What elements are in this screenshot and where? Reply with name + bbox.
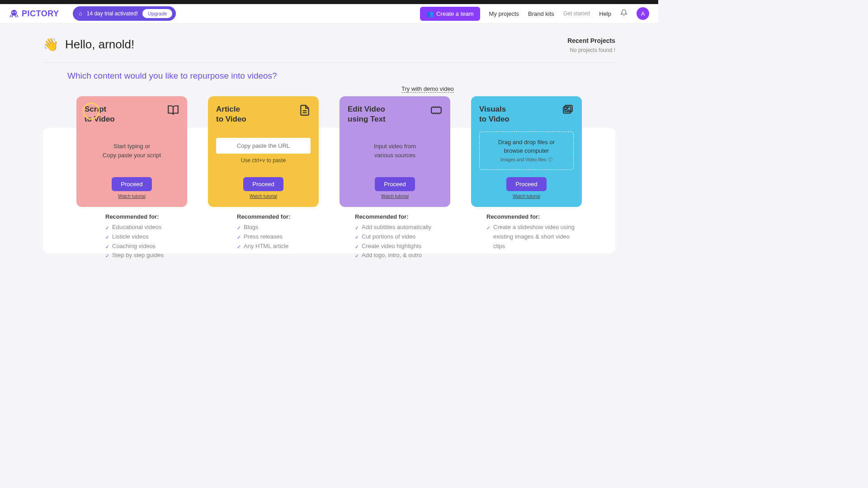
svg-point-2 xyxy=(14,12,16,13)
rec-title: Recommended for: xyxy=(237,213,319,220)
card-title-line1: Script xyxy=(85,105,106,113)
rec-item: ✓Add subtitles automatically xyxy=(355,223,450,232)
card-title: Script to Video xyxy=(85,104,115,124)
rec-text: Press releases xyxy=(244,232,283,242)
proceed-button[interactable]: Proceed xyxy=(375,177,415,191)
proceed-button[interactable]: Proceed xyxy=(112,177,151,191)
main: 👋 Hello, arnold! Recent Projects No proj… xyxy=(0,23,658,260)
card-title-line2: to Video xyxy=(216,115,246,123)
demo-link[interactable]: Try with demo video xyxy=(401,85,454,93)
check-icon: ✓ xyxy=(105,252,109,260)
tutorial-link[interactable]: Watch tutorial xyxy=(513,194,540,199)
team-icon: 👥 xyxy=(426,10,434,17)
card-header: Article to Video xyxy=(216,104,311,124)
tutorial-link[interactable]: Watch tutorial xyxy=(250,194,277,199)
card-title-line2: to Video xyxy=(479,115,509,123)
house-icon: ⌂ xyxy=(79,10,82,17)
recent-projects: Recent Projects No projects found ! xyxy=(567,37,615,53)
paste-hint: Use ctrl+v to paste xyxy=(241,157,286,164)
bell-icon[interactable] xyxy=(620,9,627,18)
dropzone-sub: Images and Video files ⓘ xyxy=(483,157,570,163)
rec-text: Blogs xyxy=(244,223,259,232)
images-icon xyxy=(562,104,574,118)
rec-text: Add subtitles automatically xyxy=(362,223,431,232)
rec-item: ✓Add logo, intro, & outro xyxy=(355,251,450,260)
rec-col-0: Recommended for: ✓Educational videos ✓Li… xyxy=(76,213,187,260)
card-title: Article to Video xyxy=(216,104,246,124)
upgrade-button[interactable]: Upgrade xyxy=(142,9,172,18)
nav-get-started[interactable]: Get started xyxy=(563,10,590,17)
nav-brand-kits[interactable]: Brand kits xyxy=(528,10,554,17)
svg-point-1 xyxy=(12,12,14,13)
nav-my-projects[interactable]: My projects xyxy=(489,10,519,17)
card-script-to-video: Script to Video Start typing or Copy pas… xyxy=(76,96,187,207)
card-title: Visuals to Video xyxy=(479,104,509,124)
header-right: 👥 Create a team My projects Brand kits G… xyxy=(420,7,649,21)
card-body[interactable]: Start typing or Copy paste your script xyxy=(85,124,179,177)
divider xyxy=(43,62,615,63)
card-body: Drag and drop files or browse computer I… xyxy=(479,124,574,177)
dropzone[interactable]: Drag and drop files or browse computer I… xyxy=(479,131,574,169)
create-team-button[interactable]: 👥 Create a team xyxy=(420,7,480,21)
trial-text: 14 day trial activated! xyxy=(87,10,138,17)
rec-title: Recommended for: xyxy=(105,213,187,220)
check-icon: ✓ xyxy=(355,243,359,251)
card-title-line1: Edit Video xyxy=(348,105,385,113)
avatar[interactable]: A xyxy=(637,7,649,20)
rec-text: Educational videos xyxy=(112,223,161,232)
rec-title: Recommended for: xyxy=(355,213,450,220)
rec-text: Step by step guides xyxy=(112,251,164,260)
svg-point-0 xyxy=(11,10,17,16)
info-icon: ⓘ xyxy=(548,157,552,163)
card-body[interactable]: Input video from various sources xyxy=(348,124,442,177)
rec-list: ✓Create a slideshow video using existing… xyxy=(486,223,582,251)
video-game-icon xyxy=(430,104,442,118)
create-team-label: Create a team xyxy=(436,10,473,17)
rec-title: Recommended for: xyxy=(486,213,582,220)
cards-container: Script to Video Start typing or Copy pas… xyxy=(43,96,615,260)
proceed-button[interactable]: Proceed xyxy=(243,177,283,191)
question: Which content would you like to repurpos… xyxy=(67,71,615,81)
card-title: Edit Video using Text xyxy=(348,104,386,124)
header-left: PICTORY ⌂ 14 day trial activated! Upgrad… xyxy=(9,6,176,21)
rec-text: Listicle videos xyxy=(112,232,149,242)
card-footer: Proceed Watch tutorial xyxy=(479,177,574,199)
trial-badge: ⌂ 14 day trial activated! Upgrade xyxy=(73,6,176,21)
rec-list: ✓Blogs ✓Press releases ✓Any HTML article xyxy=(237,223,319,251)
check-icon: ✓ xyxy=(355,252,359,260)
book-icon xyxy=(167,104,179,118)
body-line2: Copy paste your script xyxy=(103,152,161,159)
rec-item: ✓Create video highlights xyxy=(355,242,450,251)
logo-text: PICTORY xyxy=(22,9,59,19)
rec-item: ✓Press releases xyxy=(237,232,319,242)
rec-text: Create a slideshow video using existing … xyxy=(493,223,582,251)
check-icon: ✓ xyxy=(355,224,359,232)
logo[interactable]: PICTORY xyxy=(9,9,59,19)
file-text-icon xyxy=(299,104,311,118)
check-icon: ✓ xyxy=(237,243,241,251)
url-input[interactable] xyxy=(216,138,311,154)
recommendations: Recommended for: ✓Educational videos ✓Li… xyxy=(43,213,615,260)
card-footer: Proceed Watch tutorial xyxy=(85,177,179,199)
tutorial-link[interactable]: Watch tutorial xyxy=(118,194,146,199)
body-line1: Start typing or xyxy=(113,143,150,150)
browser-chrome-dark xyxy=(0,0,658,4)
check-icon: ✓ xyxy=(355,234,359,242)
wave-emoji: 👋 xyxy=(43,37,59,52)
check-icon: ✓ xyxy=(105,243,109,251)
card-header: Script to Video xyxy=(85,104,179,124)
octopus-icon xyxy=(9,9,19,19)
body-line2: various sources xyxy=(374,152,415,159)
card-title-line2: using Text xyxy=(348,115,386,123)
nav-help[interactable]: Help xyxy=(599,10,611,17)
rec-text: Create video highlights xyxy=(362,242,421,251)
proceed-button[interactable]: Proceed xyxy=(506,177,546,191)
rec-text: Any HTML article xyxy=(244,242,288,251)
greeting: 👋 Hello, arnold! xyxy=(43,37,134,52)
card-title-line1: Article xyxy=(216,105,240,113)
rec-item: ✓Cut portions of video xyxy=(355,232,450,242)
tutorial-link[interactable]: Watch tutorial xyxy=(381,194,409,199)
dz-line2: browse computer xyxy=(504,147,549,154)
card-header: Edit Video using Text xyxy=(348,104,442,124)
rec-col-3: Recommended for: ✓Create a slideshow vid… xyxy=(471,213,582,260)
